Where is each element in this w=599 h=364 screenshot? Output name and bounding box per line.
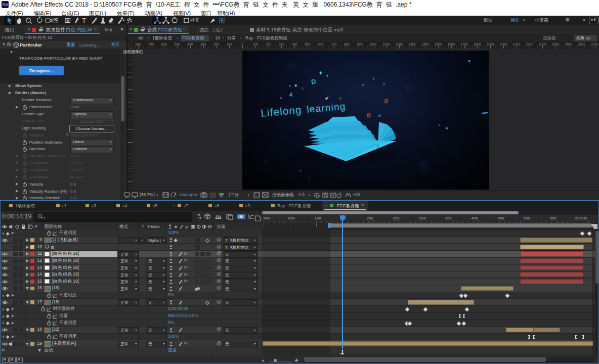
svg-text:a: a — [302, 86, 304, 90]
svg-text:fx: fx — [185, 225, 189, 230]
svg-text:A: A — [280, 96, 282, 100]
svg-text:T: T — [82, 17, 87, 25]
